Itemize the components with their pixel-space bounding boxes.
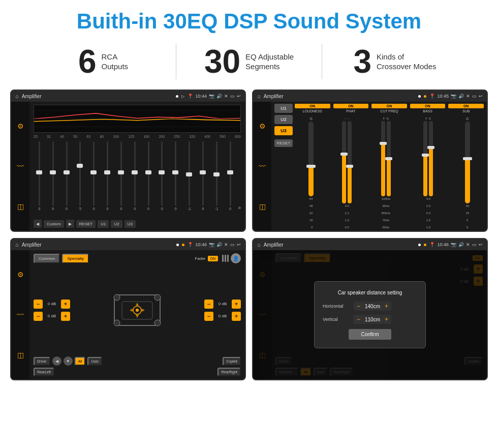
eq-u3-btn[interactable]: U3 — [124, 220, 136, 228]
fader-vol-icon[interactable]: ◫ — [17, 351, 24, 359]
fader-on-btn[interactable]: ON — [208, 256, 219, 261]
eq-slider-11[interactable]: -1 — [183, 141, 195, 211]
vol-plus-3[interactable]: + — [232, 300, 241, 309]
loudness-on[interactable]: ON — [295, 104, 330, 108]
eq-slider-8[interactable]: 0 — [143, 141, 154, 211]
left-arrow-btn[interactable]: ◀ — [52, 356, 61, 366]
vertical-stepper[interactable]: − 110cm + — [354, 315, 391, 324]
eq-u2-btn[interactable]: U2 — [111, 220, 122, 228]
cutfreq-on[interactable]: ON — [371, 104, 407, 108]
horizontal-minus-btn[interactable]: − — [357, 303, 360, 310]
vol-minus-2[interactable]: − — [34, 312, 43, 321]
eq-sliders-area[interactable]: 0 0 0 5 0 — [34, 141, 241, 218]
eq-slider-4[interactable]: 0 — [88, 141, 100, 211]
status-dot-orange-3 — [424, 244, 426, 246]
phat-label: PHAT — [333, 109, 369, 113]
eq-sidebar: ⚙ 〰 ◫ — [11, 102, 29, 231]
crossover-vol-icon[interactable]: ◫ — [259, 202, 266, 211]
fader-common-tab[interactable]: Common — [34, 254, 60, 263]
horizontal-plus-btn[interactable]: + — [385, 303, 388, 310]
eq-screen-title: Amplifier — [22, 94, 173, 99]
home-icon-4[interactable]: ⌂ — [257, 242, 261, 248]
crossover-reset-btn[interactable]: RESET — [274, 139, 293, 147]
eq-reset-btn[interactable]: RESET — [76, 220, 96, 228]
eq-screen: ⌂ Amplifier ▷ 📍 10:44 📷 🔊 ✕ ▭ ↩ ⚙ 〰 ◫ — [10, 89, 246, 232]
down-arrow-btn[interactable]: ▼ — [64, 356, 73, 366]
fader-wave-icon[interactable]: 〰 — [17, 311, 24, 319]
status-dot-4 — [418, 244, 421, 246]
eq-slider-0[interactable]: 0 — [34, 141, 45, 211]
vol-row-2: − 0 dB + — [34, 312, 70, 321]
eq-slider-13[interactable]: -1 — [211, 141, 223, 211]
preset-u3[interactable]: U3 — [274, 126, 293, 135]
eq-next-btn[interactable]: ▶ — [66, 220, 74, 228]
dialog-back-icon[interactable]: ↩ — [479, 242, 483, 247]
vol-minus-4[interactable]: − — [204, 312, 213, 321]
eq-more-icon[interactable]: » — [238, 205, 241, 211]
fader-status-icons: 📍 10:46 📷 🔊 ✕ ▭ ↩ — [188, 242, 241, 247]
eq-u1-btn[interactable]: U1 — [98, 220, 109, 228]
home-icon-2[interactable]: ⌂ — [257, 93, 261, 99]
rearright-btn[interactable]: RearRight — [217, 368, 241, 376]
eq-slider-10[interactable]: 0 — [170, 141, 181, 211]
eq-main-area: 2532405063 80100125160200 25032040050063… — [29, 102, 245, 231]
eq-preset-custom[interactable]: Custom — [44, 220, 64, 228]
eq-slider-7[interactable]: 0 — [129, 141, 141, 211]
eq-tune-icon[interactable]: ⚙ — [17, 122, 24, 130]
eq-slider-5[interactable]: 0 — [102, 141, 113, 211]
fader-specialty-tab[interactable]: Specialty — [62, 254, 88, 263]
preset-u1[interactable]: U1 — [274, 104, 293, 113]
dialog-box: Car speaker distance setting Horizontal … — [314, 281, 426, 348]
vol-plus-2[interactable]: + — [61, 312, 70, 321]
eq-slider-9[interactable]: 0 — [156, 141, 168, 211]
eq-slider-3[interactable]: 5 — [74, 141, 86, 211]
confirm-button[interactable]: Confirm — [349, 329, 391, 340]
fader-back-icon[interactable]: ↩ — [237, 242, 241, 247]
crossover-tune-icon[interactable]: ⚙ — [259, 122, 266, 130]
vol-minus-3[interactable]: − — [204, 300, 213, 309]
profile-icon[interactable]: 👤 — [231, 253, 241, 263]
driver-btn[interactable]: Driver — [34, 357, 50, 366]
vol-plus-4[interactable]: + — [232, 312, 241, 321]
rearleft-btn[interactable]: RearLeft — [34, 368, 54, 376]
vertical-minus-btn[interactable]: − — [357, 316, 360, 323]
eq-slider-14[interactable]: 0 — [225, 141, 236, 211]
phat-on[interactable]: ON — [333, 104, 369, 108]
eq-slider-2[interactable]: 0 — [61, 141, 73, 211]
stat-eq: 30 EQ Adjustable Segments — [176, 45, 322, 78]
sub-control[interactable]: G 201550 — [451, 117, 484, 229]
sub-on[interactable]: ON — [448, 104, 484, 108]
dialog-status-icons: 📍 10:46 📷 🔊 ✕ ▭ ↩ — [429, 242, 483, 247]
home-icon-3[interactable]: ⌂ — [15, 242, 19, 248]
crossover-wave-icon[interactable]: 〰 — [259, 162, 266, 170]
loudness-control[interactable]: G 644832160 — [295, 117, 327, 229]
eq-prev-btn[interactable]: ◀ — [34, 220, 42, 228]
fader-screen-content: ⚙ 〰 ◫ Common Specialty Fader ON 👤 — [11, 250, 245, 379]
eq-slider-6[interactable]: 0 — [115, 141, 127, 211]
eq-back-icon[interactable]: ↩ — [237, 94, 241, 99]
bass-on[interactable]: ON — [410, 104, 446, 108]
vertical-plus-btn[interactable]: + — [385, 316, 388, 323]
horizontal-stepper[interactable]: − 140cm + — [354, 302, 391, 311]
eq-vol-icon[interactable]: ◫ — [17, 202, 24, 211]
svg-marker-7 — [136, 303, 139, 306]
svg-point-13 — [114, 320, 120, 326]
preset-u2[interactable]: U2 — [274, 115, 293, 124]
fader-rect-icon: ▭ — [230, 242, 235, 247]
fader-tune-icon[interactable]: ⚙ — [17, 271, 24, 279]
eq-wave-icon[interactable]: 〰 — [17, 162, 24, 170]
bass-control[interactable]: FG — [409, 117, 448, 229]
vol-plus-1[interactable]: + — [61, 300, 70, 309]
user-btn[interactable]: User — [87, 357, 102, 366]
copilot-btn[interactable]: Copilot — [223, 357, 241, 366]
eq-slider-1[interactable]: 0 — [47, 141, 59, 211]
crossover-back-icon[interactable]: ↩ — [479, 94, 483, 99]
eq-slider-12[interactable]: 0 — [197, 141, 209, 211]
camera-icon: 📷 — [209, 94, 214, 99]
home-icon[interactable]: ⌂ — [15, 93, 19, 99]
all-btn[interactable]: All — [75, 357, 86, 366]
cutfreq-control[interactable]: FG — [366, 117, 406, 229]
vol-minus-1[interactable]: − — [34, 300, 43, 309]
svg-point-6 — [136, 309, 139, 312]
phat-control[interactable]: ~~ — [330, 117, 363, 229]
